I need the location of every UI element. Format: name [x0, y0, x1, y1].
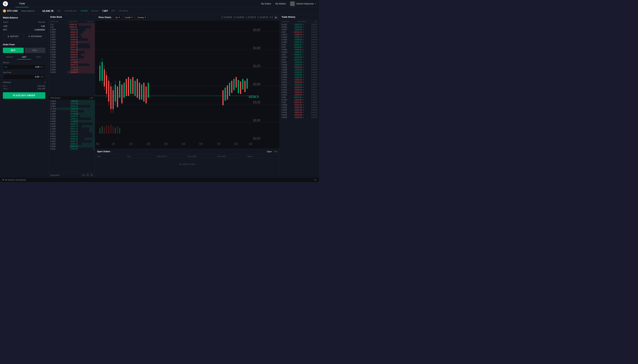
order-book-ask-row[interactable]: 0.2999 10344.35 -	[48, 28, 95, 31]
trade-history-row: 0.011 10338.42 ↗ 9:49:20	[280, 58, 319, 61]
order-book-bid-row[interactable]: 0.0500 10325.75 -	[48, 140, 95, 142]
market-order-tab[interactable]: MARKET	[3, 55, 17, 60]
amount-field-group: Amount Max BTC	[3, 62, 45, 70]
order-book-bid-row[interactable]: 1.0000 10325.45 -	[48, 142, 95, 145]
amount-input[interactable]	[9, 66, 40, 68]
order-book-bid-row[interactable]: 0.7599 10332.90 -	[48, 110, 95, 112]
place-order-button[interactable]: PLACE BUY ORDER	[3, 92, 45, 99]
order-book-ask-row[interactable]: 1.0000 10340.65 -	[48, 54, 95, 56]
order-book-ask-row[interactable]: 0.1320 10337.35 -	[48, 64, 95, 66]
order-book-bid-row[interactable]: 2.5000 10334.95 -	[48, 102, 95, 105]
order-book-ask-row[interactable]: 3.0000 10336.35 -	[48, 68, 95, 71]
deposit-button[interactable]: ⊕ DEPOSIT	[3, 34, 24, 39]
order-book-bid-row[interactable]: 4.0045 10335.05 -	[48, 100, 95, 102]
th-col-size: Trade Size	[282, 20, 289, 22]
ticker-divider	[39, 9, 39, 13]
svg-rect-60	[108, 126, 109, 134]
btc-icon: ₿	[3, 9, 6, 12]
agg-increase-button[interactable]: +	[90, 174, 93, 176]
nav-tab-trade[interactable]: Trade	[16, 0, 29, 7]
order-book-ask-row[interactable]: 1.0047 10343.00 -	[48, 36, 95, 38]
nav-right: My Orders My Wallets Satoshi Nakamoto ▾	[261, 2, 316, 6]
trade-history-row: 0.0093 10338.27 ↗ 9:49:28	[280, 51, 319, 54]
limit-order-tab[interactable]: LIMIT	[17, 55, 31, 60]
wallet-row: BTC0.00000000	[3, 28, 45, 31]
advanced-toggle[interactable]: Advanced ▾	[3, 81, 45, 83]
order-book-ask-row[interactable]: 0.7599 10340.35 -	[48, 56, 95, 58]
trade-history-rows: 0.0102 10336.78 ↗ 9:50:15 0.0952 10336.8…	[280, 23, 319, 177]
order-book-bid-row[interactable]: 0.0021 10324.50 -	[48, 148, 95, 150]
wallet-row: USD0.00	[3, 24, 45, 28]
order-book-ask-row[interactable]: 2.4140 10336.55 -	[48, 66, 95, 68]
svg-rect-45	[126, 79, 127, 96]
order-book-bid-row[interactable]: 0.0999 10329.25 -	[48, 118, 95, 120]
order-book-bid-row[interactable]: 1.0000 10327.95 -	[48, 125, 95, 128]
order-book-ask-row[interactable]: 5.6010 10336.30 -	[48, 71, 95, 74]
buy-tab[interactable]: BUY	[3, 48, 24, 53]
timeframe-selector[interactable]: 5m ▾	[114, 16, 122, 19]
my-wallets-link[interactable]: My Wallets	[275, 2, 286, 5]
order-book-ask-row[interactable]: 1.0007 10343.75 -	[48, 33, 95, 36]
order-book-bid-row[interactable]: 3.0000 10331.00 -	[48, 112, 95, 115]
market-select-dropdown[interactable]: Select Market ▾	[21, 10, 35, 12]
chart-type-selector[interactable]: Candle ▾	[123, 16, 134, 19]
amount-col-header: Amount	[17, 21, 45, 24]
order-book-bid-row[interactable]: 6.0000 10325.25 -	[48, 145, 95, 148]
order-book-bid-row[interactable]: 3.0268 10329.00 -	[48, 120, 95, 122]
user-menu[interactable]: Satoshi Nakamoto ▾	[290, 2, 316, 6]
trade-history-row: 0.0046 10339.42 ↗ 9:49:19	[280, 64, 319, 66]
order-book-ask-row[interactable]: 0.01 10344.40 -	[48, 26, 95, 28]
order-book-ask-row[interactable]: 3.0000 10339.25 -	[48, 61, 95, 64]
chart-header: Price Charts 5m ▾ Candle ▾ Overlay ▾	[95, 14, 280, 20]
ob-col-mysize: My Size	[87, 20, 93, 22]
limit-price-input-row: USD	[3, 74, 45, 80]
order-book-bid-row[interactable]: 0.0984 10333.50 -	[48, 105, 95, 108]
order-book-ask-row[interactable]: 1.4371 10340.00 -	[48, 58, 95, 61]
chart-forward-button[interactable]: ▶	[274, 16, 278, 19]
order-book-ask-row[interactable]: 0.1000 10342.65 -	[48, 43, 95, 46]
trading-pair: ₿ BTC-USD	[3, 9, 18, 12]
total-label: Total ≈	[3, 88, 8, 90]
limit-price-field-group: Limit Price USD	[3, 72, 45, 80]
withdraw-button[interactable]: ⊖ WITHDRAW	[25, 34, 46, 39]
wallet-asset-name: BTC	[3, 28, 17, 31]
trade-history-row: 0.0463 10338.42 ↗ 9:49:42	[280, 41, 319, 43]
ohlcv-h: H: 10,338.05	[234, 16, 244, 18]
sell-tab[interactable]: SELL	[25, 48, 46, 53]
price-change-24h: +0.33%	[80, 10, 88, 12]
order-book-ask-row[interactable]: 2.0000 10341.95 -	[48, 48, 95, 51]
order-book-bid-row[interactable]: 0.0023 10326.40 -	[48, 135, 95, 138]
limit-price-input[interactable]	[5, 76, 39, 78]
fills-tab[interactable]: Fills	[274, 150, 277, 152]
price-chart-canvas-area[interactable]: $10,425 $10,400 $10,375 $10,350 $10,336.…	[95, 20, 280, 149]
order-book-bid-row[interactable]: 0.0037 10326.45 -	[48, 132, 95, 135]
order-book-ask-row[interactable]: 0.1090 10342.90 -	[48, 38, 95, 41]
order-book-bid-row[interactable]: 0.6168 10326.30 -	[48, 138, 95, 140]
order-book-bid-row[interactable]: 0.0010 10328.15 -	[48, 122, 95, 125]
stop-order-tab[interactable]: STOP	[31, 55, 45, 60]
order-book-ask-row[interactable]: 3.14 10344.45 -	[48, 23, 95, 26]
my-orders-link[interactable]: My Orders	[261, 2, 271, 5]
order-book-bid-row[interactable]: 1.2904 10329.35 -	[48, 115, 95, 118]
order-book-ask-row[interactable]: 0.0688 10342.15 -	[48, 46, 95, 48]
trade-history-columns: Trade Size Price (USD) Time	[280, 20, 319, 23]
fee-value: 0.00 USD	[38, 85, 45, 87]
agg-decrease-button[interactable]: −	[86, 174, 89, 176]
order-book-ask-row[interactable]: 0.5922 10344.30 -	[48, 31, 95, 33]
chart-ohlcv-info: O: 10,338.05 H: 10,338.05 L: 10,336.78 C…	[222, 16, 273, 18]
order-book-ask-row[interactable]: 0.6100 10341.80 -	[48, 51, 95, 54]
svg-text:5:00: 5:00	[182, 142, 185, 146]
status-left: All Systems Operational	[3, 179, 26, 181]
settings-icon[interactable]: ⚙	[314, 178, 316, 181]
trade-history-row: 0.3442 10333.01 ↗ 9:48:54	[280, 88, 319, 91]
svg-text:7:00: 7:00	[217, 142, 220, 146]
open-tab[interactable]: Open	[267, 150, 272, 152]
order-book-ask-row[interactable]: 2.0000 10342.85 -	[48, 41, 95, 43]
svg-rect-47	[130, 79, 131, 94]
order-book-bid-row[interactable]: 0.1022 10326.50 -	[48, 130, 95, 132]
order-book-bid-row[interactable]: 25.3000 10333.00 -	[48, 108, 95, 110]
trade-history-row: 0.001 10338.42 ↗ 9:49:26	[280, 54, 319, 56]
overlay-selector[interactable]: Overlay ▾	[136, 16, 148, 19]
order-book-bid-row[interactable]: 0.1000 10327.25 -	[48, 128, 95, 130]
max-amount-link[interactable]: Max	[5, 66, 8, 68]
